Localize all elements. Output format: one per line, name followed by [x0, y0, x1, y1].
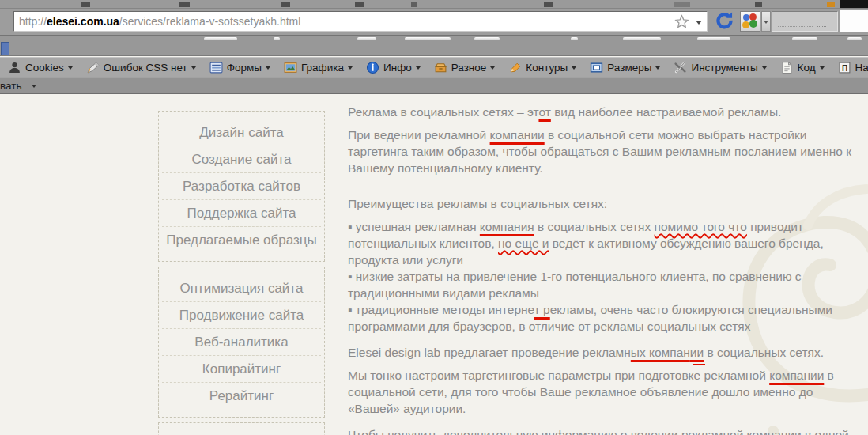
google-search-input[interactable]: [772, 12, 837, 31]
toolbar-item-label: Формы: [227, 62, 262, 74]
paragraph: ▪ низкие затраты на привлечение 1-го пот…: [348, 268, 858, 301]
info-icon: [366, 61, 379, 74]
sidebar-menu: Дизайн сайтаСоздание сайтаРазработка сай…: [158, 111, 325, 435]
paragraph: ▪ традиционные методы интернет рекламы, …: [348, 301, 858, 335]
spellcheck-underline: ых компан: [631, 346, 690, 359]
sidebar-item[interactable]: Веб-аналитика: [162, 329, 321, 356]
pencil-icon: [86, 61, 100, 74]
paragraph: Реклама в социальных сетях – этот вид на…: [348, 104, 858, 120]
dimensions-icon: [590, 61, 603, 74]
sidebar-item[interactable]: Оптимизация сайта: [162, 275, 321, 302]
dropdown-caret-icon: [191, 66, 196, 72]
article: Реклама в социальных сетях – этот вид на…: [348, 104, 858, 435]
address-bar-row: http://elesei.com.ua/services/reklama-v-…: [0, 9, 868, 35]
settings-icon: П: [838, 61, 851, 74]
url-text: http://elesei.com.ua/services/reklama-v-…: [19, 15, 674, 28]
sidebar-item[interactable]: Разработка сайтов: [162, 173, 321, 200]
search-box-end: [840, 10, 868, 32]
paragraph: Elesei design lab предлагает проведение …: [348, 344, 858, 361]
cropped-toolbar-strip: [0, 0, 868, 9]
dropdown-caret-icon[interactable]: [32, 85, 36, 90]
page-content: Дизайн сайтаСоздание сайтаРазработка сай…: [0, 94, 868, 435]
toolbar-item[interactable]: Графика: [284, 61, 353, 74]
section-heading: Преимущества рекламы в социальных сетях:: [348, 195, 858, 212]
sidebar-item[interactable]: Копирайтинг: [162, 356, 321, 383]
dropdown-caret-icon: [68, 66, 73, 72]
toolbar-item[interactable]: ПНастройки: [838, 61, 868, 74]
dropdown-caret-icon: [416, 66, 421, 72]
spellcheck-underline: ии: [690, 346, 704, 359]
dropdown-caret-icon: [266, 66, 270, 72]
sidebar-item[interactable]: Дизайн сайта: [162, 119, 321, 146]
spellcheck-underline: т р: [534, 303, 550, 316]
form-icon: [209, 61, 223, 74]
toolbar-item-label: Инструменты: [691, 62, 757, 74]
bookmark-star-icon[interactable]: [674, 14, 689, 29]
toolbar-item-label: Cookies: [25, 62, 64, 74]
search-placeholder-dots: [778, 26, 813, 27]
toolbar-item[interactable]: Инфо: [366, 61, 421, 74]
spellcheck-underline: но ещё и: [498, 236, 549, 250]
url-input[interactable]: http://elesei.com.ua/services/reklama-v-…: [13, 11, 708, 32]
toolbar-item-label: Код: [798, 62, 816, 74]
spellcheck-underline: от: [538, 105, 550, 119]
toolbar-item[interactable]: Код: [780, 61, 825, 74]
dropdown-caret-icon: [655, 66, 660, 72]
svg-text:П: П: [841, 63, 847, 72]
spellcheck-underline: компании: [769, 369, 824, 382]
google-search-box[interactable]: [772, 11, 838, 32]
toolbar-item[interactable]: Ошибок CSS нет: [86, 61, 196, 74]
toolbar-item-partial-label[interactable]: вать: [0, 80, 21, 92]
sidebar-group: Оптимизация сайтаПродвижение сайтаВеб-ан…: [158, 267, 325, 418]
sidebar-item[interactable]: Продвижение сайта: [162, 302, 321, 329]
dropdown-caret-icon: [490, 66, 495, 72]
dropdown-caret-icon: [820, 66, 825, 72]
sidebar-item[interactable]: Предлагаемые образцы: [162, 227, 321, 253]
image-icon: [284, 61, 297, 74]
toolbar-item-label: Настройки: [855, 62, 868, 74]
sidebar-item[interactable]: Рерайтинг: [162, 383, 321, 409]
webdev-toolbar: CookiesОшибок CSS нетФормыГрафикаИнфоРаз…: [0, 57, 868, 77]
toolbar-item[interactable]: Формы: [209, 61, 270, 74]
paragraph: Мы тонко настроим таргетинговые параметр…: [348, 367, 858, 417]
sidebar-item[interactable]: Создание сайта: [162, 146, 321, 173]
spellcheck-underline: компания: [480, 220, 534, 233]
toolbar-item[interactable]: Контуры: [508, 61, 576, 74]
toolbar-item-label: Графика: [301, 62, 344, 74]
toolbar-item[interactable]: Cookies: [8, 61, 73, 74]
window-corner-box: [840, 0, 868, 8]
refresh-button[interactable]: [714, 10, 735, 32]
spellcheck-underline: помимо того что: [655, 220, 747, 233]
drawer-icon: [434, 61, 447, 74]
dropdown-caret-icon: [348, 66, 353, 72]
dropdown-caret-icon: [762, 66, 767, 72]
spellcheck-underline: компании: [490, 128, 545, 142]
toolbar-item-label: Разное: [451, 62, 487, 74]
spellcheck-underline: компании: [747, 428, 802, 435]
code-icon: [780, 61, 794, 74]
paragraph: Чтобы получить дополнительную информацию…: [348, 426, 858, 435]
sidebar-group: Контекстная реклама: [158, 422, 325, 435]
tools-icon: [674, 61, 687, 74]
person-icon: [8, 61, 21, 74]
webdev-toolbar-row2: вать: [0, 77, 868, 94]
paragraph: При ведении рекламной компании в социаль…: [348, 127, 858, 176]
toolbar-item[interactable]: Разное: [434, 61, 496, 74]
toolbar-item-label: Ошибок CSS нет: [104, 62, 187, 74]
google-search-dropdown-caret-icon[interactable]: [761, 11, 771, 32]
marker-icon: [508, 61, 522, 74]
toolbar-gripper-row: [0, 35, 868, 56]
paragraph: ▪ успешная рекламная компания в социальн…: [348, 218, 858, 268]
toolbar-item-label: Инфо: [383, 62, 412, 74]
browser-window: http://elesei.com.ua/services/reklama-v-…: [0, 0, 868, 435]
url-dropdown-caret-icon[interactable]: [696, 21, 702, 28]
google-logo-icon[interactable]: [740, 11, 760, 32]
sidebar-group: Дизайн сайтаСоздание сайтаРазработка сай…: [158, 111, 325, 262]
toolbar-item[interactable]: Инструменты: [674, 61, 766, 74]
sidebar-item[interactable]: Поддержка сайта: [162, 200, 321, 227]
toolbar-item-label: Контуры: [526, 62, 568, 74]
toolbar-item[interactable]: Размеры: [590, 61, 660, 74]
bookmark-favicon-fragment: [1, 42, 9, 55]
dropdown-caret-icon: [572, 66, 576, 72]
sidebar-item[interactable]: Контекстная реклама: [162, 431, 321, 435]
